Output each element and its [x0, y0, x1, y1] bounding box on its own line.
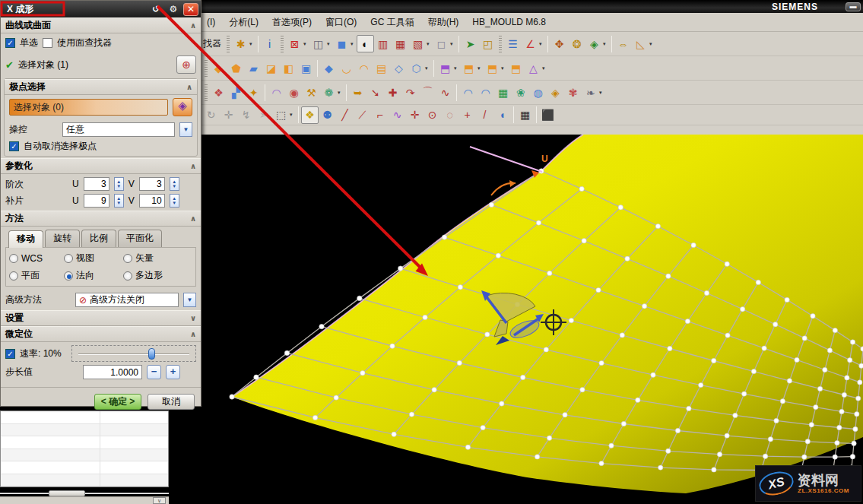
styled-blend-icon[interactable]: ◠ — [477, 84, 494, 101]
render-style-icon[interactable]: ◐ — [357, 35, 374, 52]
rate-checkbox[interactable]: ✓ — [5, 349, 15, 359]
spline-edit-icon[interactable]: ∿ — [436, 84, 454, 101]
snap-enable-icon[interactable]: ❖ — [301, 106, 319, 124]
method-tab-1[interactable]: 旋转 — [45, 230, 80, 247]
dropdown-arrow-icon[interactable]: ▼ — [179, 122, 192, 137]
method-tab-0[interactable]: 移动 — [8, 230, 43, 248]
point-dialog-button[interactable]: ⊕ — [176, 55, 196, 74]
sew-icon[interactable]: ❖ — [210, 84, 227, 101]
degree-u-spinner[interactable]: ▲▼ — [114, 177, 124, 191]
single-select-checkbox[interactable]: ✓ — [5, 38, 15, 48]
section-method[interactable]: 方法 ∧ — [1, 211, 201, 227]
shaded-view-icon[interactable]: ◼ — [333, 35, 351, 52]
studio-spline-icon[interactable]: ❁ — [320, 84, 338, 101]
menu-item-3[interactable]: 窗口(O) — [325, 16, 357, 29]
sheet-body-icon[interactable]: ▤ — [373, 59, 390, 77]
radio-矢量[interactable]: 矢量 — [123, 252, 184, 265]
part-list-table[interactable] — [0, 410, 169, 487]
deform-dimension-icon[interactable]: ⬒ — [484, 59, 501, 77]
ok-button[interactable]: < 确定 > — [94, 394, 141, 410]
object-display-icon[interactable]: ❂ — [568, 35, 585, 52]
close-icon[interactable]: ✕ — [183, 3, 198, 16]
dropdown-caret-icon[interactable]: ▾ — [303, 41, 309, 47]
fillet-curve-icon[interactable]: ↷ — [401, 84, 419, 101]
work-cube-icon[interactable]: ⬛ — [539, 106, 557, 124]
section-view-1-icon[interactable]: ▥ — [374, 35, 392, 52]
navigate-part-icon[interactable]: ➤ — [462, 35, 479, 52]
rate-slider[interactable] — [71, 345, 196, 362]
pole-icon-button[interactable]: ◈ — [173, 98, 192, 116]
dropdown-caret-icon[interactable]: ▾ — [649, 41, 655, 47]
section-view-3-icon[interactable]: ▧ — [409, 35, 427, 52]
fillet-surface-icon[interactable]: ◉ — [285, 84, 303, 101]
snap-rollover-icon[interactable]: ⚉ — [319, 106, 336, 124]
toolbar-grip[interactable] — [281, 36, 284, 52]
four-point-sphere-icon[interactable]: ◇ — [390, 59, 408, 77]
use-face-finder-checkbox[interactable] — [43, 38, 52, 48]
patch-u-spinner[interactable]: ▲▼ — [114, 194, 124, 208]
unsew-icon[interactable]: ▞ — [227, 84, 245, 101]
method-tab-3[interactable]: 平面化 — [118, 230, 162, 247]
surface-book-icon[interactable]: ❧ — [582, 84, 599, 101]
advanced-method-dropdown[interactable]: ⊘ 高级方法关闭 — [75, 293, 179, 307]
display-copy-icon[interactable]: ◫ — [309, 35, 327, 52]
grid-icon[interactable]: ▦ — [516, 106, 534, 124]
orbit-view-icon[interactable]: ↻ — [202, 106, 220, 124]
section-micro-positioning[interactable]: 微定位 ∧ — [1, 326, 201, 342]
auto-deselect-checkbox[interactable]: ✓ — [9, 141, 19, 151]
radio-平面[interactable]: 平面 — [9, 269, 64, 282]
xform-icon[interactable]: ✦ — [245, 84, 262, 101]
csys-icon[interactable]: ∠ — [522, 35, 539, 52]
styled-sweep-icon[interactable]: ◠ — [459, 84, 477, 101]
cancel-button[interactable]: 取消 — [148, 394, 195, 410]
decrement-button[interactable]: − — [147, 365, 161, 379]
scrollbar-thumb[interactable] — [49, 490, 85, 496]
table-row[interactable] — [1, 474, 168, 487]
through-mesh-icon[interactable]: ◧ — [280, 59, 297, 77]
step-value-field[interactable]: 1.0000 — [83, 365, 142, 379]
radio-WCS[interactable]: WCS — [9, 252, 64, 265]
dropdown-caret-icon[interactable]: ▾ — [542, 65, 548, 71]
dropdown-caret-icon[interactable]: ▾ — [338, 90, 344, 96]
move-object-icon[interactable]: ✥ — [550, 35, 568, 52]
ghost-icon[interactable]: ➣ — [255, 106, 272, 124]
divide-curve-icon[interactable]: ✚ — [384, 84, 401, 101]
extrude-icon[interactable]: ◆ — [320, 59, 338, 77]
poles-select-field[interactable]: 选择对象 (0) — [9, 99, 168, 116]
increment-button[interactable]: + — [166, 365, 180, 379]
radio-视图[interactable]: 视图 — [64, 252, 123, 265]
table-row[interactable] — [1, 424, 168, 437]
dropdown-caret-icon[interactable]: ▾ — [454, 65, 460, 71]
blank-view-icon[interactable]: ◻ — [433, 35, 450, 52]
ruled-surface-icon[interactable]: ▰ — [245, 59, 262, 77]
dropdown-caret-icon[interactable]: ▾ — [427, 41, 433, 47]
snap-arc-icon[interactable]: ⌐ — [371, 106, 389, 124]
poly-body-icon[interactable]: ⬡ — [408, 59, 425, 77]
tooling-surface-icon[interactable]: ⚒ — [303, 84, 320, 101]
dropdown-caret-icon[interactable]: ▾ — [249, 41, 255, 47]
snap-slash-icon[interactable]: / — [476, 106, 493, 124]
menu-item-5[interactable]: 帮助(H) — [428, 16, 459, 29]
degree-v-spinner[interactable]: ▲▼ — [170, 177, 179, 191]
swept-surface-icon[interactable]: ⬟ — [227, 59, 245, 77]
face-mesh-icon[interactable]: ▦ — [494, 84, 512, 101]
dropdown-caret-icon[interactable]: ▾ — [351, 41, 357, 47]
snap-center-icon[interactable]: ⊙ — [424, 106, 441, 124]
dropdown-caret-icon[interactable]: ▾ — [290, 112, 296, 118]
open-view-icon[interactable]: ◰ — [479, 35, 497, 52]
section-view-2-icon[interactable]: ▦ — [392, 35, 409, 52]
menu-item-0[interactable]: (I) — [207, 17, 215, 27]
section-curve-or-surface[interactable]: 曲线或曲面 ∧ — [1, 17, 201, 33]
measure-angle-icon[interactable]: ◺ — [632, 35, 649, 52]
degree-v-field[interactable]: 3 — [139, 177, 165, 191]
reset-icon[interactable]: ↺ — [148, 3, 163, 16]
fit-window-icon[interactable]: ⊠ — [286, 35, 303, 52]
marquee-select-icon[interactable]: ⬚ — [272, 106, 290, 124]
table-row[interactable] — [1, 411, 168, 424]
through-curves-icon[interactable]: ◪ — [262, 59, 280, 77]
arc-curve-icon[interactable]: ⌒ — [419, 84, 436, 101]
deform-select-icon[interactable]: ⬒ — [507, 59, 525, 77]
trim-curve-icon[interactable]: ➘ — [366, 84, 384, 101]
snap-vertex-icon[interactable]: ✛ — [406, 106, 424, 124]
patch-v-field[interactable]: 10 — [139, 194, 165, 208]
